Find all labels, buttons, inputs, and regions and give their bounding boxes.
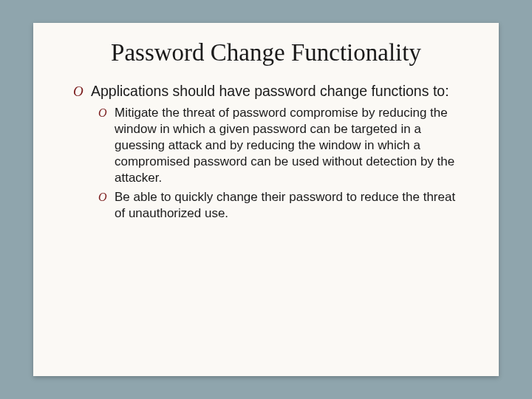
slide-card: Password Change Functionality O Applicat… <box>33 23 499 376</box>
bullet-level1-text: Applications should have password change… <box>91 82 449 100</box>
bullet-level2-text: Be able to quickly change their password… <box>115 189 463 222</box>
bullet-marker-icon: O <box>73 82 91 100</box>
bullet-level1: O Applications should have password chan… <box>73 82 463 100</box>
bullet-marker-icon: O <box>98 105 115 120</box>
bullet-level2: O Be able to quickly change their passwo… <box>98 189 463 222</box>
bullet-level2-text: Mitigate the threat of password compromi… <box>115 105 463 186</box>
slide-title: Password Change Functionality <box>69 39 463 67</box>
bullet-marker-icon: O <box>98 189 115 205</box>
bullet-level2: O Mitigate the threat of password compro… <box>98 105 463 186</box>
